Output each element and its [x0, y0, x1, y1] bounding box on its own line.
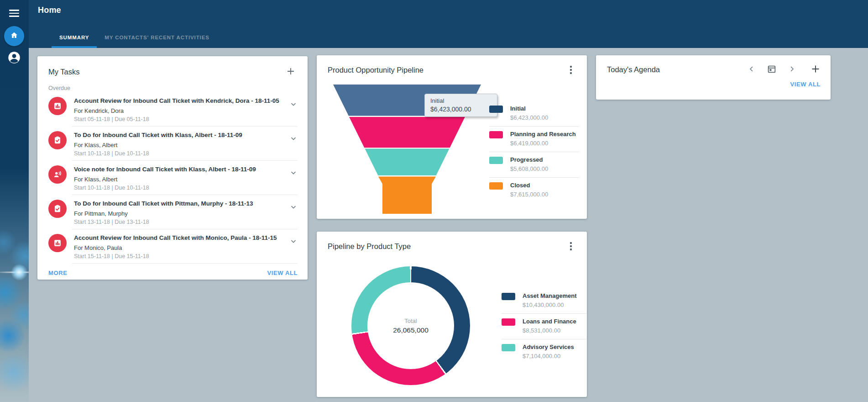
clipboard-check-icon — [48, 131, 67, 149]
expand-task-button[interactable] — [288, 201, 299, 213]
opportunity-pipeline-card: Product Opportunity Pipeline Initial $6,… — [317, 55, 587, 219]
task-for: For Klass, Albert — [74, 142, 242, 148]
task-dates: Start 10-11-18 | Due 10-11-18 — [74, 150, 242, 157]
prev-day-button[interactable] — [745, 63, 758, 76]
legend-item: Asset Management $10,430,000.00 — [502, 288, 586, 314]
clipboard-check-icon — [48, 200, 67, 218]
legend-value: $7,615,000.00 — [510, 191, 548, 198]
add-task-button[interactable] — [284, 65, 298, 79]
task-group-label: Overdue — [37, 79, 308, 92]
legend-swatch — [489, 182, 503, 190]
legend-label: Planning and Research — [510, 131, 576, 138]
task-row[interactable]: Account Review for Inbound Call Ticket w… — [37, 92, 308, 127]
bar-chart-icon — [48, 234, 67, 252]
pipeline-by-product-card: Pipeline by Product Type Total 26,065,00… — [317, 232, 587, 397]
legend-value: $10,430,000.00 — [523, 302, 576, 308]
legend-item: Initial $6,423,000.00 — [489, 101, 579, 127]
legend-value: $6,419,000.00 — [510, 140, 576, 147]
task-row[interactable]: Voice note for Inbound Call Ticket with … — [37, 161, 308, 195]
expand-task-button[interactable] — [288, 236, 299, 248]
kebab-menu-icon[interactable] — [565, 64, 577, 76]
sidebar-item-home[interactable] — [4, 26, 24, 46]
bar-chart-icon — [48, 97, 67, 115]
chevron-down-icon — [289, 169, 298, 178]
add-agenda-item-button[interactable] — [809, 63, 822, 76]
view-all-agenda-button[interactable]: VIEW ALL — [790, 81, 821, 88]
tooltip-value: $6,423,000.00 — [430, 106, 492, 113]
top-bar: Home SUMMARY MY CONTACTS' RECENT ACTIVIT… — [29, 0, 868, 48]
chevron-down-icon — [289, 100, 298, 110]
kebab-menu-icon[interactable] — [565, 240, 577, 252]
plus-icon — [810, 63, 821, 76]
donut-center: Total 26,065,000 — [367, 282, 454, 369]
legend-swatch — [502, 344, 515, 351]
task-dates: Start 10-11-18 | Due 10-11-18 — [74, 185, 256, 191]
more-button[interactable]: MORE — [48, 270, 67, 276]
calendar-icon — [767, 64, 777, 75]
legend-item: Loans and Finance $8,531,000.00 — [502, 314, 586, 339]
chevron-down-icon — [289, 134, 298, 144]
voice-note-icon — [48, 165, 67, 184]
dashboard: My Tasks Overdue Account Review for Inbo… — [29, 48, 868, 402]
tab-label: SUMMARY — [59, 35, 89, 40]
legend-swatch — [489, 106, 503, 113]
sidebar-item-profile[interactable] — [5, 49, 23, 67]
legend-label: Progressed — [510, 156, 548, 164]
donut-chart[interactable]: Total 26,065,000 — [351, 266, 470, 385]
task-dates: Start 05-11-18 | Due 05-11-18 — [74, 116, 279, 122]
expand-task-button[interactable] — [288, 99, 299, 111]
task-row[interactable]: To Do for Inbound Call Ticket with Pittm… — [37, 195, 308, 229]
task-row[interactable]: To Do for Inbound Call Ticket with Klass… — [37, 127, 308, 161]
legend-value: $6,423,000.00 — [510, 114, 548, 121]
expand-task-button[interactable] — [288, 133, 299, 145]
legend-value: $5,608,000.00 — [510, 165, 548, 172]
donut-legend: Asset Management $10,430,000.00 Loans an… — [502, 288, 586, 365]
pick-date-button[interactable] — [765, 63, 779, 76]
legend-label: Asset Management — [523, 292, 576, 300]
legend-item: Advisory Services $7,104,000.00 — [502, 339, 586, 365]
account-circle-icon — [6, 60, 22, 67]
chart-tooltip: Initial $6,423,000.00 — [424, 94, 497, 117]
task-title: Account Review for Inbound Call Ticket w… — [74, 234, 277, 242]
funnel-chart[interactable]: Initial $6,423,000.00 — [333, 85, 481, 214]
legend-label: Initial — [510, 105, 548, 112]
task-for: For Klass, Albert — [74, 176, 256, 183]
plus-icon — [285, 66, 296, 78]
agenda-card-title: Today's Agenda — [607, 65, 745, 74]
legend-label: Advisory Services — [523, 344, 574, 351]
task-dates: Start 15-11-18 | Due 15-11-18 — [74, 253, 277, 259]
legend-item: Closed $7,615,000.00 — [489, 178, 579, 203]
expand-task-button[interactable] — [288, 167, 299, 179]
chevron-left-icon — [748, 65, 756, 74]
menu-icon[interactable] — [6, 5, 22, 21]
task-for: For Kendrick, Dora — [74, 107, 279, 114]
donut-center-value: 26,065,000 — [393, 326, 429, 334]
next-day-button[interactable] — [785, 63, 799, 76]
chevron-down-icon — [289, 203, 298, 212]
task-row[interactable]: Account Review for Inbound Call Ticket w… — [37, 229, 308, 264]
legend-label: Loans and Finance — [523, 318, 576, 325]
task-for: For Pittman, Murphy — [74, 210, 253, 217]
legend-item: Progressed $5,608,000.00 — [489, 152, 579, 178]
tab-recent-activities[interactable]: MY CONTACTS' RECENT ACTIVITIES — [97, 29, 217, 48]
legend-value: $7,104,000.00 — [523, 353, 574, 360]
tab-summary[interactable]: SUMMARY — [52, 29, 97, 48]
legend-swatch — [489, 157, 503, 164]
donut-card-title: Pipeline by Product Type — [328, 242, 565, 251]
chevron-down-icon — [289, 237, 298, 247]
legend-label: Closed — [510, 182, 548, 189]
my-tasks-card: My Tasks Overdue Account Review for Inbo… — [37, 56, 308, 280]
page-title: Home — [38, 5, 61, 15]
legend-value: $8,531,000.00 — [523, 327, 576, 334]
tab-bar: SUMMARY MY CONTACTS' RECENT ACTIVITIES — [52, 29, 217, 48]
legend-item: Planning and Research $6,419,000.00 — [489, 127, 579, 152]
task-title: Voice note for Inbound Call Ticket with … — [74, 165, 256, 173]
chevron-right-icon — [788, 65, 796, 74]
legend-swatch — [502, 293, 515, 300]
donut-center-label: Total — [404, 317, 417, 324]
task-for: For Monico, Paula — [74, 244, 277, 251]
task-title: To Do for Inbound Call Ticket with Klass… — [74, 131, 242, 139]
funnel-legend: Initial $6,423,000.00 Planning and Resea… — [489, 101, 579, 203]
tab-label: MY CONTACTS' RECENT ACTIVITIES — [105, 35, 209, 40]
view-all-tasks-button[interactable]: VIEW ALL — [267, 270, 298, 276]
